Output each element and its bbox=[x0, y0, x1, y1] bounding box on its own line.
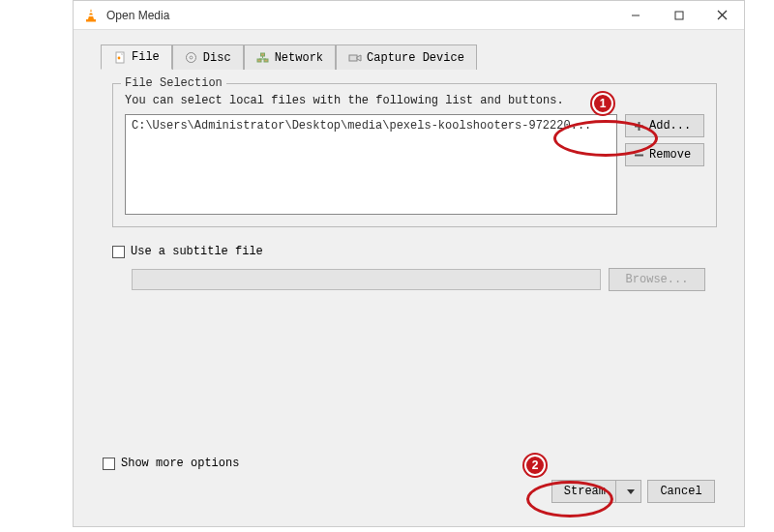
remove-button[interactable]: Remove bbox=[625, 143, 704, 166]
browse-button-label: Browse... bbox=[626, 273, 689, 286]
svg-rect-2 bbox=[88, 15, 93, 16]
subtitle-group: Use a subtitle file Browse... bbox=[112, 245, 705, 291]
svg-marker-19 bbox=[357, 55, 361, 61]
svg-point-10 bbox=[117, 56, 120, 59]
show-more-options-row[interactable]: Show more options bbox=[103, 457, 239, 470]
file-icon bbox=[113, 50, 127, 64]
minus-icon bbox=[634, 150, 644, 161]
show-more-checkbox[interactable] bbox=[103, 458, 115, 470]
svg-rect-1 bbox=[89, 12, 93, 14]
stream-split-button[interactable]: Stream bbox=[551, 480, 641, 503]
svg-rect-18 bbox=[349, 55, 357, 61]
browse-button: Browse... bbox=[609, 268, 705, 291]
svg-rect-15 bbox=[261, 53, 265, 56]
svg-rect-5 bbox=[675, 12, 683, 19]
tab-file[interactable]: File bbox=[101, 44, 172, 70]
tab-network-label: Network bbox=[275, 51, 323, 65]
subtitle-path-input bbox=[132, 269, 601, 290]
show-more-label: Show more options bbox=[121, 457, 239, 470]
subtitle-checkbox[interactable] bbox=[112, 246, 125, 258]
tab-disc-label: Disc bbox=[203, 51, 231, 65]
add-button-label: Add... bbox=[649, 119, 691, 133]
file-list[interactable]: C:\Users\Administrator\Desktop\media\pex… bbox=[125, 114, 617, 215]
minimize-button[interactable] bbox=[613, 1, 657, 30]
tab-capture-device[interactable]: Capture Device bbox=[336, 44, 477, 70]
vlc-cone-icon bbox=[83, 8, 99, 23]
file-selection-hint: You can select local files with the foll… bbox=[125, 94, 704, 107]
file-selection-group: File Selection You can select local file… bbox=[112, 83, 717, 227]
add-button[interactable]: Add... bbox=[625, 114, 704, 137]
capture-icon bbox=[348, 51, 362, 65]
subtitle-checkbox-row[interactable]: Use a subtitle file bbox=[112, 245, 705, 258]
file-selection-legend: File Selection bbox=[121, 76, 226, 90]
stream-button-label[interactable]: Stream bbox=[552, 481, 616, 502]
window-controls bbox=[613, 1, 744, 30]
svg-marker-0 bbox=[88, 9, 94, 19]
footer-buttons: Stream Cancel bbox=[551, 480, 715, 503]
svg-rect-3 bbox=[86, 19, 96, 22]
subtitle-checkbox-label: Use a subtitle file bbox=[131, 245, 263, 258]
cancel-button-label: Cancel bbox=[660, 485, 701, 498]
maximize-button[interactable] bbox=[657, 1, 700, 30]
chevron-down-icon bbox=[627, 488, 635, 495]
file-list-item[interactable]: C:\Users\Administrator\Desktop\media\pex… bbox=[132, 119, 610, 133]
tab-capture-label: Capture Device bbox=[367, 51, 464, 65]
svg-marker-23 bbox=[627, 489, 635, 494]
network-icon bbox=[256, 51, 270, 65]
open-media-window: Open Media File Disc bbox=[73, 0, 745, 527]
window-title: Open Media bbox=[106, 9, 169, 22]
disc-icon bbox=[185, 51, 198, 65]
close-button[interactable] bbox=[700, 1, 744, 30]
tab-file-label: File bbox=[132, 50, 160, 64]
tab-disc[interactable]: Disc bbox=[172, 44, 244, 70]
titlebar: Open Media bbox=[74, 1, 744, 30]
cancel-button[interactable]: Cancel bbox=[647, 480, 715, 503]
tab-network[interactable]: Network bbox=[244, 44, 336, 70]
svg-point-12 bbox=[190, 56, 193, 59]
plus-icon bbox=[634, 121, 644, 132]
remove-button-label: Remove bbox=[649, 148, 691, 162]
tab-bar: File Disc Network Capture Device bbox=[101, 44, 744, 69]
stream-dropdown-arrow[interactable] bbox=[621, 484, 640, 499]
